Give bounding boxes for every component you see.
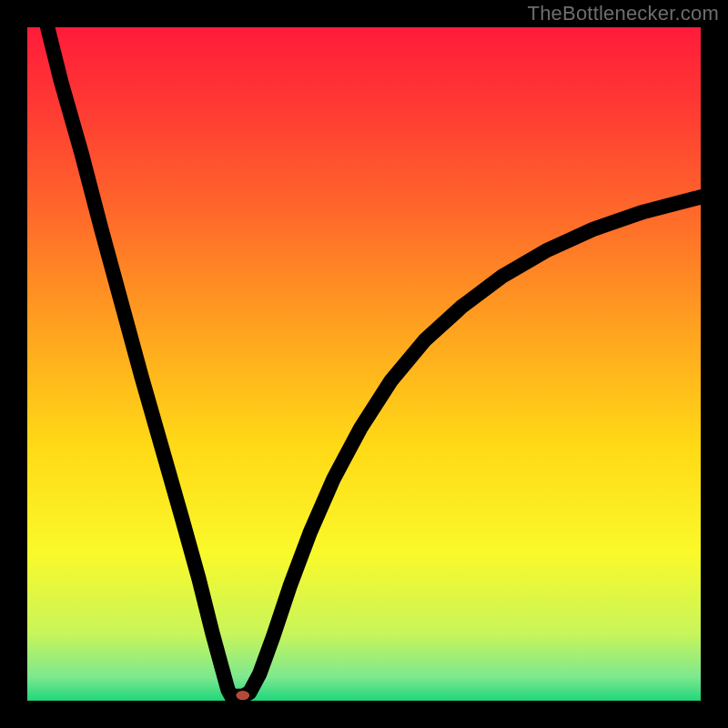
chart-frame: TheBottlenecker.com <box>0 0 728 728</box>
chart-svg <box>27 27 701 701</box>
gradient-background <box>27 27 701 701</box>
optimal-point-marker <box>236 691 249 700</box>
watermark-text: TheBottlenecker.com <box>528 2 719 25</box>
plot-area <box>27 27 701 701</box>
